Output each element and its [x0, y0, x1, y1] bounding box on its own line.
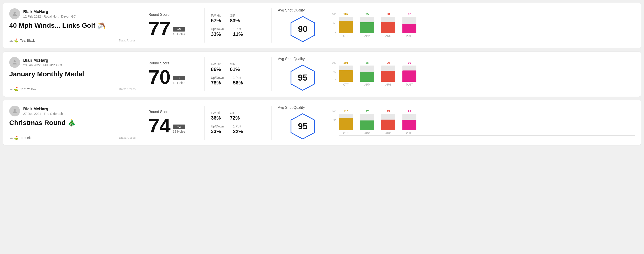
divider-stats-0 — [271, 8, 272, 43]
holes-text-2: 18 Holes — [173, 130, 185, 133]
user-name-2: Blair McHarg — [23, 107, 66, 112]
y-label-100-0: 100 — [332, 13, 336, 15]
gir-label-1: GIR — [230, 62, 240, 66]
bar-value-putt: 82 — [408, 12, 411, 16]
bar-fill-ott — [339, 70, 353, 82]
score-number-2: 74 — [148, 116, 170, 135]
chart-bars-0: 107 OTT 95 APP 98 — [339, 13, 635, 38]
hexagon-container-1: 95 — [289, 64, 316, 91]
gir-value-1: 61% — [230, 66, 240, 72]
bar-wrapper-putt — [402, 114, 416, 130]
user-details-0: Blair McHarg 12 Feb 2022 · Royal North D… — [23, 9, 76, 18]
hexagon-container-2: 95 — [289, 113, 316, 140]
avatar-0 — [9, 8, 20, 19]
fw-hit-value-2: 36% — [211, 115, 221, 121]
bar-wrapper-arg — [381, 114, 395, 130]
chart-y-axis-2: 100 50 0 — [332, 110, 336, 130]
divider-score-2 — [204, 106, 204, 140]
bar-fill-putt — [402, 120, 416, 130]
y-label-0-2: 0 — [332, 128, 336, 130]
bar-group-app: 87 APP — [360, 110, 374, 135]
one-putt-label-1: 1 Putt — [233, 76, 243, 80]
left-section-0: Blair McHarg 12 Feb 2022 · Royal North D… — [9, 8, 136, 43]
updown-value-0: 33% — [211, 31, 224, 37]
holes-text-0: 18 Holes — [173, 32, 185, 36]
data-source-0: Data: Arccos — [119, 39, 136, 42]
bar-value-ott: 110 — [344, 110, 348, 113]
chart-y-axis-1: 100 50 0 — [332, 61, 336, 82]
bar-group-arg: 98 ARG — [381, 12, 395, 38]
gir-label-2: GIR — [230, 111, 240, 115]
bar-group-ott: 107 OTT — [339, 12, 353, 38]
weather-icon-1: ☁ ⛳ — [9, 87, 18, 91]
weather-icon-2: ☁ ⛳ — [9, 135, 18, 140]
bar-group-app: 86 APP — [360, 61, 374, 86]
quality-wrapper-2: 95 — [289, 113, 316, 140]
bar-value-app: 95 — [366, 12, 368, 16]
y-label-100-2: 100 — [332, 110, 336, 113]
bar-wrapper-ott — [339, 66, 353, 82]
score-section-1: Round Score 70 -2 18 Holes — [148, 57, 198, 91]
chart-y-axis-0: 100 50 0 — [332, 13, 336, 33]
bar-wrapper-putt — [402, 66, 416, 82]
bar-fill-arg — [381, 120, 395, 130]
bar-label-putt: PUTT — [406, 34, 413, 38]
data-source-2: Data: Arccos — [119, 136, 136, 139]
bar-fill-ott — [339, 118, 353, 130]
round-card-1: Blair McHarg 29 Jan 2022 · Mill Ride GCC… — [3, 51, 641, 97]
tee-text-2: Tee: Blue — [20, 136, 33, 140]
bar-group-ott: 110 OTT — [339, 110, 353, 135]
bar-label-arg: ARG — [385, 132, 391, 135]
score-badge-2: +2 — [173, 125, 185, 129]
bar-wrapper-app — [360, 66, 374, 82]
quality-label-0: Avg Shot Quality — [278, 8, 305, 12]
score-badge-1: -2 — [173, 76, 185, 80]
score-number-1: 70 — [148, 67, 170, 87]
bar-fill-arg — [381, 22, 395, 33]
chart-inner-1: 100 50 0 101 OTT 86 — [332, 61, 635, 87]
bar-fill-app — [360, 22, 374, 33]
hexagon-score-1: 95 — [298, 73, 308, 83]
stats-section-0: FW Hit 57% GIR 83% Up/Down 33% 1 Putt — [211, 8, 265, 43]
bar-group-arg: 95 ARG — [381, 110, 395, 135]
score-badge-holes-2: +2 18 Holes — [173, 125, 185, 135]
score-badge-holes-1: -2 18 Holes — [173, 76, 185, 87]
date-course-2: 27 Dec 2021 · The Oxfordshire — [23, 112, 66, 116]
svg-point-2 — [14, 60, 16, 62]
tee-text-1: Tee: Yellow — [20, 87, 36, 91]
person-icon — [12, 10, 18, 17]
updown-stat-1: Up/Down 78% — [211, 76, 224, 86]
bar-value-arg: 95 — [387, 110, 390, 113]
user-info-2: Blair McHarg 27 Dec 2021 · The Oxfordshi… — [9, 106, 136, 117]
stats-row-bottom-2: Up/Down 33% 1 Putt 22% — [211, 125, 265, 134]
bar-wrapper-arg — [381, 66, 395, 82]
data-source-1: Data: Arccos — [119, 87, 136, 91]
bar-label-app: APP — [364, 132, 370, 135]
score-label-0: Round Score — [148, 13, 198, 17]
user-info-0: Blair McHarg 12 Feb 2022 · Royal North D… — [9, 8, 136, 19]
hexagon-container-0: 90 — [289, 15, 316, 43]
stats-row-top-1: FW Hit 86% GIR 61% — [211, 62, 265, 72]
one-putt-stat-2: 1 Putt 22% — [233, 125, 243, 134]
avatar-1 — [9, 57, 20, 68]
one-putt-value-1: 56% — [233, 80, 243, 86]
quality-section-1: Avg Shot Quality 95 — [278, 57, 328, 91]
date-course-0: 12 Feb 2022 · Royal North Devon GC — [23, 15, 76, 18]
y-label-100-1: 100 — [332, 61, 336, 64]
score-section-2: Round Score 74 +2 18 Holes — [148, 106, 198, 140]
bar-label-putt: PUTT — [406, 132, 413, 135]
bar-label-app: APP — [364, 34, 370, 38]
bar-value-arg: 96 — [387, 61, 390, 64]
bar-group-putt: 93 PUTT — [402, 110, 416, 135]
gir-value-0: 83% — [230, 18, 240, 24]
gir-value-2: 72% — [230, 115, 240, 121]
bar-wrapper-arg — [381, 17, 395, 33]
bar-wrapper-putt — [402, 17, 416, 33]
gir-stat-2: GIR 72% — [230, 111, 240, 121]
score-number-0: 77 — [148, 18, 170, 38]
tee-info-2: ☁ ⛳ Tee: Blue — [9, 135, 34, 140]
user-name-0: Blair McHarg — [23, 9, 76, 14]
one-putt-label-2: 1 Putt — [233, 125, 243, 128]
left-section-1: Blair McHarg 29 Jan 2022 · Mill Ride GCC… — [9, 57, 136, 91]
fw-hit-value-1: 86% — [211, 66, 221, 72]
